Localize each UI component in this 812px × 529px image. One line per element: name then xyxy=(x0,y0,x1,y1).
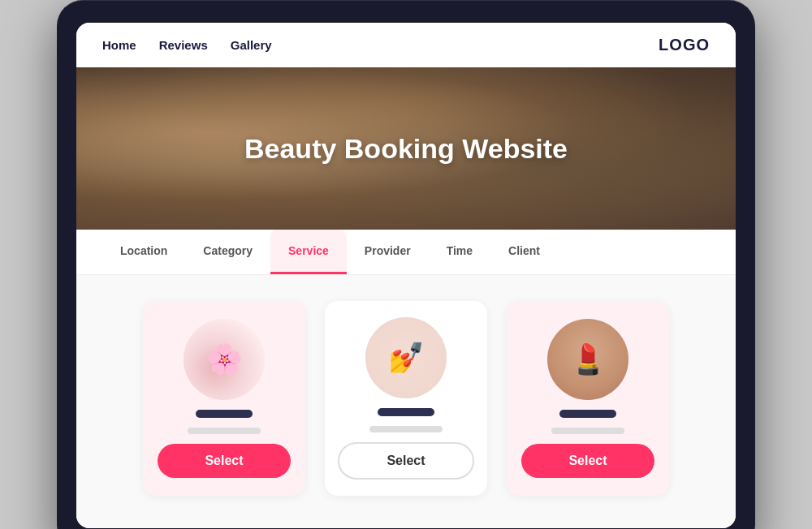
service-name-spa xyxy=(196,410,253,418)
step-category[interactable]: Category xyxy=(185,230,270,274)
service-card-makeup: Select xyxy=(507,301,669,496)
service-name-makeup xyxy=(559,410,616,418)
step-location[interactable]: Location xyxy=(102,230,185,274)
nails-image xyxy=(365,317,447,398)
service-card-spa: Select xyxy=(143,301,305,496)
step-service[interactable]: Service xyxy=(270,230,347,274)
service-desc-spa xyxy=(188,428,261,434)
service-name-nails xyxy=(378,408,434,416)
makeup-image xyxy=(547,319,628,400)
service-img-spa xyxy=(184,319,265,400)
steps-bar: Location Category Service Provider Time … xyxy=(76,230,736,275)
logo: LOGO xyxy=(659,36,710,54)
device-frame: Home Reviews Gallery LOGO Beauty Booking… xyxy=(57,0,755,529)
select-button-spa[interactable]: Select xyxy=(158,444,291,478)
select-button-nails[interactable]: Select xyxy=(338,442,474,480)
service-card-nails: Select xyxy=(325,301,487,496)
service-img-makeup xyxy=(547,319,628,400)
service-desc-nails xyxy=(369,426,443,432)
step-client[interactable]: Client xyxy=(490,230,558,274)
spa-image xyxy=(184,319,265,400)
services-section: Select Select xyxy=(76,275,736,528)
step-provider[interactable]: Provider xyxy=(347,230,429,274)
navbar: Home Reviews Gallery LOGO xyxy=(76,23,736,67)
nav-links: Home Reviews Gallery xyxy=(102,38,272,52)
nav-home[interactable]: Home xyxy=(102,38,136,52)
screen: Home Reviews Gallery LOGO Beauty Booking… xyxy=(76,23,736,528)
services-grid: Select Select xyxy=(109,301,703,496)
hero-banner: Beauty Booking Website xyxy=(76,67,736,230)
nav-reviews[interactable]: Reviews xyxy=(159,38,208,52)
service-img-nails xyxy=(365,317,447,398)
step-time[interactable]: Time xyxy=(429,230,490,274)
service-desc-makeup xyxy=(551,428,624,434)
select-button-makeup[interactable]: Select xyxy=(521,444,654,478)
hero-title: Beauty Booking Website xyxy=(244,133,568,165)
nav-gallery[interactable]: Gallery xyxy=(231,38,272,52)
